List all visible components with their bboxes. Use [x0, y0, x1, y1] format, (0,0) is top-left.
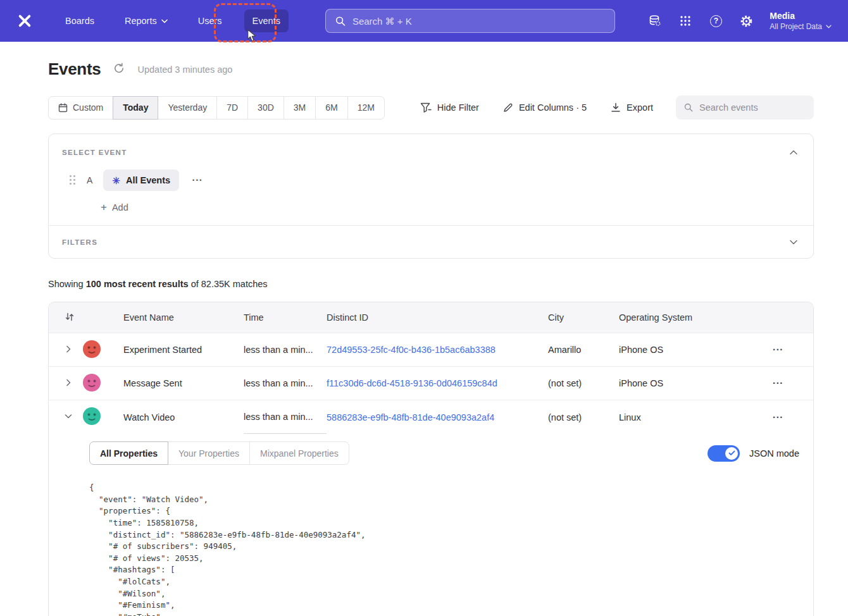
chevron-down-icon	[161, 19, 168, 23]
tab-all-properties[interactable]: All Properties	[89, 441, 168, 465]
filters-title: FILTERS	[62, 238, 97, 246]
event-selector-label: All Events	[126, 175, 170, 185]
col-header-time: Time	[244, 312, 327, 323]
range-custom[interactable]: Custom	[48, 96, 113, 120]
global-search[interactable]	[325, 9, 615, 33]
cell-event-name: Experiment Started	[123, 345, 244, 355]
row-more-button[interactable]: •••	[768, 410, 789, 424]
expand-filters-button[interactable]	[787, 235, 800, 249]
last-updated-text: Updated 3 minutes ago	[137, 65, 232, 75]
events-table: Event Name Time Distinct ID City Operati…	[48, 302, 814, 616]
hide-filter-label: Hide Filter	[437, 102, 479, 113]
avatar	[83, 407, 101, 425]
plus-icon: +	[101, 202, 107, 213]
drag-handle[interactable]	[70, 175, 76, 185]
apps-grid-button[interactable]	[673, 9, 697, 33]
collapse-select-event-button[interactable]	[787, 145, 800, 159]
table-row[interactable]: Watch Video less than a min... 5886283e-…	[49, 400, 813, 434]
nav-item-reports[interactable]: Reports	[116, 9, 176, 32]
json-mode-label: JSON mode	[749, 448, 799, 459]
chevron-up-icon	[790, 150, 797, 155]
query-builder-card: SELECT EVENT A ✳ All Events ••• + Add	[48, 133, 814, 259]
export-button[interactable]: Export	[611, 102, 653, 113]
search-icon	[684, 102, 693, 113]
results-summary: Showing 100 most recent results of 82.35…	[48, 279, 814, 289]
gear-icon	[740, 15, 753, 28]
pencil-icon	[503, 102, 513, 113]
project-scope-label: All Project Data	[770, 22, 822, 31]
range-custom-label: Custom	[73, 102, 103, 113]
nav-item-boards[interactable]: Boards	[57, 9, 103, 32]
chevron-down-icon	[790, 240, 797, 245]
mixpanel-logo[interactable]	[16, 13, 33, 29]
cell-time: less than a min...	[244, 400, 327, 434]
data-management-icon	[648, 14, 662, 28]
search-icon	[335, 16, 346, 27]
cell-os: iPhone OS	[619, 378, 744, 388]
search-events-input[interactable]	[699, 102, 806, 113]
results-prefix: Showing	[48, 279, 86, 289]
calendar-icon	[58, 103, 68, 113]
table-row[interactable]: Message Sent less than a min... f11c30d6…	[49, 367, 813, 400]
nav-item-events[interactable]: Events	[244, 9, 289, 32]
range-today[interactable]: Today	[113, 96, 158, 120]
all-events-icon: ✳	[112, 176, 120, 185]
avatar	[83, 340, 101, 358]
results-suffix: of 82.35K matches	[189, 279, 268, 289]
sort-button[interactable]	[65, 312, 75, 324]
cell-distinct-id[interactable]: 72d49553-25fc-4f0c-b436-1b5ac6ab3388	[327, 345, 548, 355]
cell-city: Amarillo	[548, 345, 619, 355]
range-12m[interactable]: 12M	[347, 96, 385, 120]
expand-row-button[interactable]	[65, 345, 72, 355]
event-more-button[interactable]: •••	[187, 173, 208, 187]
export-label: Export	[627, 102, 653, 113]
table-header-row: Event Name Time Distinct ID City Operati…	[49, 302, 813, 333]
top-navbar: Boards Reports Users Events	[0, 0, 848, 42]
check-icon	[728, 450, 735, 456]
edit-columns-label: Edit Columns · 5	[519, 102, 587, 113]
add-event-button[interactable]: + Add	[101, 202, 128, 213]
chevron-right-icon	[65, 379, 72, 386]
help-icon: ?	[710, 15, 722, 27]
collapse-row-button[interactable]	[65, 412, 72, 422]
refresh-button[interactable]	[111, 60, 127, 78]
range-yesterday[interactable]: Yesterday	[158, 96, 217, 120]
project-selector[interactable]: Media All Project Data	[770, 11, 832, 31]
json-mode-toggle[interactable]	[708, 445, 740, 462]
nav-item-users[interactable]: Users	[190, 9, 230, 32]
range-3m[interactable]: 3M	[284, 96, 316, 120]
select-event-title: SELECT EVENT	[62, 149, 127, 156]
search-events[interactable]	[676, 95, 814, 120]
row-more-button[interactable]: •••	[768, 376, 789, 390]
col-header-event-name: Event Name	[123, 312, 244, 323]
chevron-right-icon	[65, 345, 72, 353]
expand-row-button[interactable]	[65, 379, 72, 388]
edit-columns-button[interactable]: Edit Columns · 5	[503, 102, 587, 113]
sort-icon	[65, 312, 75, 322]
cell-distinct-id[interactable]: 5886283e-e9fb-48fb-81de-40e9093a2af4	[327, 412, 548, 422]
range-7d[interactable]: 7D	[216, 96, 248, 120]
cell-distinct-id[interactable]: f11c30d6-dc6d-4518-9136-0d046159c84d	[327, 378, 548, 388]
data-management-button[interactable]	[643, 9, 667, 33]
chevron-down-icon	[65, 412, 72, 420]
range-30d[interactable]: 30D	[247, 96, 284, 120]
hide-filter-button[interactable]: Hide Filter	[420, 102, 479, 113]
results-count: 100 most recent results	[86, 279, 189, 289]
range-6m[interactable]: 6M	[315, 96, 347, 120]
chevron-down-icon	[826, 25, 832, 28]
toggle-knob	[725, 447, 738, 460]
cell-time: less than a min...	[244, 367, 327, 400]
cell-os: iPhone OS	[619, 345, 744, 355]
tab-mixpanel-properties[interactable]: Mixpanel Properties	[249, 441, 349, 465]
project-name: Media	[770, 11, 832, 21]
global-search-input[interactable]	[352, 16, 605, 27]
table-row[interactable]: Experiment Started less than a min... 72…	[49, 333, 813, 367]
row-more-button[interactable]: •••	[768, 343, 789, 357]
download-icon	[611, 102, 621, 113]
page-title: Events	[48, 59, 101, 79]
help-button[interactable]: ?	[704, 9, 728, 33]
tab-your-properties[interactable]: Your Properties	[168, 441, 250, 465]
event-selector-pill[interactable]: ✳ All Events	[103, 169, 179, 191]
settings-button[interactable]	[734, 9, 758, 33]
date-range-group: Custom Today Yesterday 7D 30D 3M 6M 12M	[48, 96, 385, 120]
